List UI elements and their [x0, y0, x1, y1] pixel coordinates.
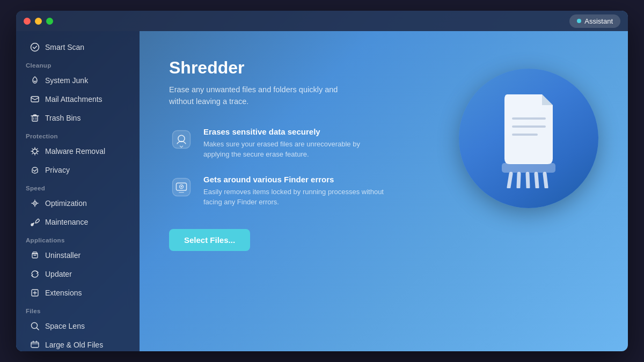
sidebar-item-privacy[interactable]: Privacy: [20, 161, 135, 179]
mail-attachments-icon: [30, 94, 40, 104]
page-title: Shredder: [169, 58, 437, 78]
secure-erase-icon: [171, 129, 192, 150]
app-body: Smart Scan Cleanup System Junk: [16, 31, 628, 351]
svg-rect-34: [172, 130, 190, 148]
sidebar-item-system-junk[interactable]: System Junk: [20, 71, 135, 90]
sidebar-item-maintenance[interactable]: Maintenance: [20, 213, 135, 231]
malware-removal-label: Malware Removal: [45, 147, 105, 156]
section-label-speed: Speed: [16, 180, 140, 194]
system-junk-label: System Junk: [45, 76, 88, 85]
svg-line-11: [36, 153, 38, 154]
sidebar-item-malware-removal[interactable]: Malware Removal: [20, 142, 135, 160]
svg-line-13: [32, 153, 33, 154]
svg-line-44: [509, 174, 511, 187]
finder-errors-text: Gets around various Finder errors Easily…: [203, 175, 386, 208]
shredder-svg: [483, 89, 574, 188]
page-subtitle: Erase any unwanted files and folders qui…: [169, 84, 362, 108]
maximize-button[interactable]: [46, 18, 53, 25]
uninstaller-label: Uninstaller: [45, 251, 80, 260]
svg-point-24: [32, 323, 38, 329]
secure-erase-heading: Erases sensitive data securely: [203, 127, 386, 136]
optimization-icon: [30, 198, 40, 208]
optimization-label: Optimization: [45, 199, 87, 208]
secure-erase-text: Erases sensitive data securely Makes sur…: [203, 127, 386, 160]
malware-removal-icon: [30, 146, 40, 156]
sidebar-item-large-old-files[interactable]: Large & Old Files: [20, 336, 135, 351]
svg-line-47: [536, 174, 537, 187]
privacy-icon: [30, 165, 40, 175]
trash-bins-label: Trash Bins: [45, 114, 80, 122]
finder-errors-icon: [171, 176, 192, 198]
privacy-label: Privacy: [45, 166, 70, 174]
section-label-protection: Protection: [16, 128, 140, 142]
maintenance-icon: [30, 217, 40, 227]
assistant-label: Assistant: [584, 17, 613, 25]
sidebar-item-extensions[interactable]: Extensions: [20, 284, 135, 302]
smart-scan-label: Smart Scan: [45, 43, 84, 51]
close-button[interactable]: [24, 18, 31, 25]
svg-rect-43: [502, 163, 555, 173]
titlebar-right: Assistant: [569, 14, 620, 28]
svg-point-19: [34, 203, 35, 204]
updater-icon: [30, 269, 40, 279]
section-label-applications: Applications: [16, 232, 140, 246]
large-old-files-label: Large & Old Files: [45, 341, 103, 349]
shredder-illustration: [459, 69, 598, 208]
extensions-icon: [30, 288, 40, 298]
maintenance-label: Maintenance: [45, 218, 88, 226]
sidebar-item-space-lens[interactable]: Space Lens: [20, 317, 135, 335]
secure-erase-icon-wrap: [169, 127, 194, 152]
smart-scan-icon: [30, 42, 40, 52]
updater-label: Updater: [45, 270, 72, 278]
feature-secure-erase: Erases sensitive data securely Makes sur…: [169, 127, 437, 160]
section-label-cleanup: Cleanup: [16, 57, 140, 71]
finder-errors-icon-wrap: [169, 175, 194, 200]
sidebar-item-smart-scan[interactable]: Smart Scan: [20, 38, 135, 56]
assistant-dot: [577, 19, 581, 23]
sidebar-item-updater[interactable]: Updater: [20, 265, 135, 283]
svg-line-48: [545, 174, 546, 187]
space-lens-label: Space Lens: [45, 322, 85, 330]
svg-point-39: [181, 186, 182, 187]
extensions-label: Extensions: [45, 289, 82, 297]
titlebar: Assistant: [16, 11, 628, 31]
uninstaller-icon: [30, 250, 40, 260]
feature-finder-errors: Gets around various Finder errors Easily…: [169, 175, 437, 208]
large-old-files-icon: [30, 340, 40, 350]
trash-bins-icon: [30, 113, 40, 123]
svg-point-0: [31, 43, 39, 51]
sidebar-item-optimization[interactable]: Optimization: [20, 194, 135, 212]
app-window: Assistant Smart Scan Cleanup: [16, 11, 628, 351]
system-junk-icon: [30, 76, 40, 85]
sidebar: Smart Scan Cleanup System Junk: [16, 31, 140, 351]
left-panel: Shredder Erase any unwanted files and fo…: [169, 58, 437, 251]
sidebar-item-uninstaller[interactable]: Uninstaller: [20, 246, 135, 264]
svg-line-46: [528, 174, 528, 187]
content-area: Shredder Erase any unwanted files and fo…: [169, 58, 598, 324]
mail-attachments-label: Mail Attachments: [45, 95, 103, 104]
minimize-button[interactable]: [35, 18, 42, 25]
traffic-lights: [24, 18, 53, 25]
svg-line-12: [36, 149, 38, 150]
space-lens-icon: [30, 321, 40, 331]
svg-line-45: [518, 174, 519, 187]
svg-rect-21: [32, 254, 38, 258]
finder-errors-desc: Easily removes items locked by running p…: [203, 187, 386, 208]
svg-rect-1: [31, 97, 39, 102]
svg-rect-26: [31, 342, 39, 348]
right-panel: [459, 58, 598, 208]
secure-erase-desc: Makes sure your erased files are unrecov…: [203, 139, 386, 160]
finder-errors-heading: Gets around various Finder errors: [203, 175, 386, 184]
sidebar-item-trash-bins[interactable]: Trash Bins: [20, 109, 135, 127]
svg-line-25: [37, 328, 39, 330]
select-files-button[interactable]: Select Files...: [169, 229, 250, 251]
assistant-button[interactable]: Assistant: [569, 14, 620, 28]
svg-line-10: [32, 149, 33, 150]
sidebar-item-mail-attachments[interactable]: Mail Attachments: [20, 90, 135, 108]
main-content: Shredder Erase any unwanted files and fo…: [140, 31, 628, 351]
svg-rect-2: [32, 116, 38, 121]
section-label-files: Files: [16, 302, 140, 316]
